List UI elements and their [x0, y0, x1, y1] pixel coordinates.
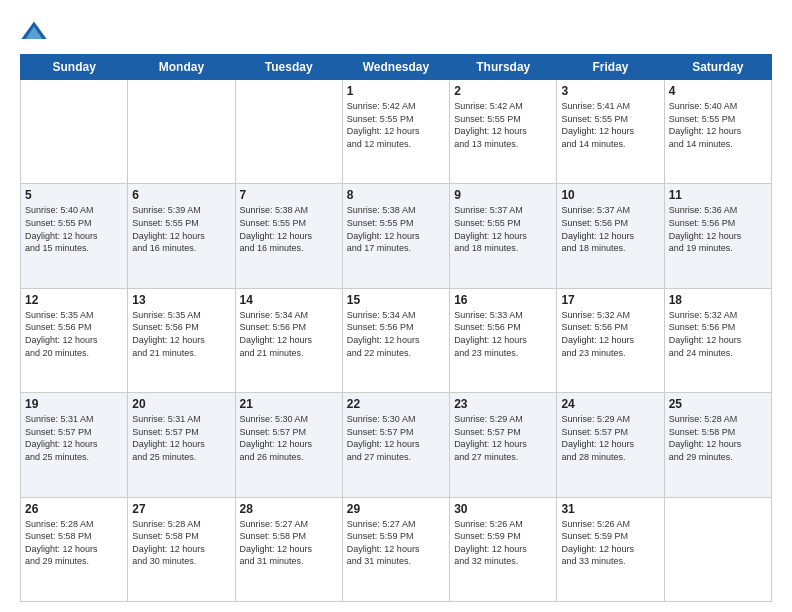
cell-info: Sunrise: 5:40 AM Sunset: 5:55 PM Dayligh… [25, 204, 123, 254]
calendar-cell: 31Sunrise: 5:26 AM Sunset: 5:59 PM Dayli… [557, 497, 664, 601]
cell-info: Sunrise: 5:39 AM Sunset: 5:55 PM Dayligh… [132, 204, 230, 254]
calendar-cell [128, 80, 235, 184]
day-number: 9 [454, 188, 552, 202]
calendar-cell: 27Sunrise: 5:28 AM Sunset: 5:58 PM Dayli… [128, 497, 235, 601]
weekday-header-monday: Monday [128, 55, 235, 80]
day-number: 16 [454, 293, 552, 307]
day-number: 18 [669, 293, 767, 307]
calendar-cell: 3Sunrise: 5:41 AM Sunset: 5:55 PM Daylig… [557, 80, 664, 184]
calendar-cell: 6Sunrise: 5:39 AM Sunset: 5:55 PM Daylig… [128, 184, 235, 288]
cell-info: Sunrise: 5:36 AM Sunset: 5:56 PM Dayligh… [669, 204, 767, 254]
cell-info: Sunrise: 5:42 AM Sunset: 5:55 PM Dayligh… [454, 100, 552, 150]
weekday-header-wednesday: Wednesday [342, 55, 449, 80]
weekday-header-saturday: Saturday [664, 55, 771, 80]
calendar-cell: 28Sunrise: 5:27 AM Sunset: 5:58 PM Dayli… [235, 497, 342, 601]
cell-info: Sunrise: 5:32 AM Sunset: 5:56 PM Dayligh… [561, 309, 659, 359]
day-number: 27 [132, 502, 230, 516]
day-number: 29 [347, 502, 445, 516]
calendar-week-5: 26Sunrise: 5:28 AM Sunset: 5:58 PM Dayli… [21, 497, 772, 601]
day-number: 1 [347, 84, 445, 98]
header [20, 18, 772, 46]
day-number: 30 [454, 502, 552, 516]
day-number: 14 [240, 293, 338, 307]
calendar-cell: 5Sunrise: 5:40 AM Sunset: 5:55 PM Daylig… [21, 184, 128, 288]
weekday-header-sunday: Sunday [21, 55, 128, 80]
calendar-cell [664, 497, 771, 601]
day-number: 3 [561, 84, 659, 98]
calendar-cell: 18Sunrise: 5:32 AM Sunset: 5:56 PM Dayli… [664, 288, 771, 392]
calendar-cell: 12Sunrise: 5:35 AM Sunset: 5:56 PM Dayli… [21, 288, 128, 392]
logo-icon [20, 18, 48, 46]
day-number: 13 [132, 293, 230, 307]
cell-info: Sunrise: 5:35 AM Sunset: 5:56 PM Dayligh… [25, 309, 123, 359]
day-number: 21 [240, 397, 338, 411]
calendar-cell: 11Sunrise: 5:36 AM Sunset: 5:56 PM Dayli… [664, 184, 771, 288]
cell-info: Sunrise: 5:29 AM Sunset: 5:57 PM Dayligh… [454, 413, 552, 463]
cell-info: Sunrise: 5:33 AM Sunset: 5:56 PM Dayligh… [454, 309, 552, 359]
day-number: 28 [240, 502, 338, 516]
calendar-cell [235, 80, 342, 184]
cell-info: Sunrise: 5:38 AM Sunset: 5:55 PM Dayligh… [347, 204, 445, 254]
day-number: 15 [347, 293, 445, 307]
day-number: 22 [347, 397, 445, 411]
cell-info: Sunrise: 5:31 AM Sunset: 5:57 PM Dayligh… [25, 413, 123, 463]
calendar-week-3: 12Sunrise: 5:35 AM Sunset: 5:56 PM Dayli… [21, 288, 772, 392]
day-number: 17 [561, 293, 659, 307]
cell-info: Sunrise: 5:31 AM Sunset: 5:57 PM Dayligh… [132, 413, 230, 463]
day-number: 24 [561, 397, 659, 411]
day-number: 23 [454, 397, 552, 411]
calendar-cell: 23Sunrise: 5:29 AM Sunset: 5:57 PM Dayli… [450, 393, 557, 497]
cell-info: Sunrise: 5:34 AM Sunset: 5:56 PM Dayligh… [240, 309, 338, 359]
cell-info: Sunrise: 5:37 AM Sunset: 5:55 PM Dayligh… [454, 204, 552, 254]
calendar-table: SundayMondayTuesdayWednesdayThursdayFrid… [20, 54, 772, 602]
cell-info: Sunrise: 5:30 AM Sunset: 5:57 PM Dayligh… [347, 413, 445, 463]
weekday-header-friday: Friday [557, 55, 664, 80]
calendar-cell: 16Sunrise: 5:33 AM Sunset: 5:56 PM Dayli… [450, 288, 557, 392]
cell-info: Sunrise: 5:28 AM Sunset: 5:58 PM Dayligh… [669, 413, 767, 463]
day-number: 6 [132, 188, 230, 202]
calendar-cell: 17Sunrise: 5:32 AM Sunset: 5:56 PM Dayli… [557, 288, 664, 392]
calendar-cell: 1Sunrise: 5:42 AM Sunset: 5:55 PM Daylig… [342, 80, 449, 184]
calendar-cell: 2Sunrise: 5:42 AM Sunset: 5:55 PM Daylig… [450, 80, 557, 184]
day-number: 11 [669, 188, 767, 202]
cell-info: Sunrise: 5:42 AM Sunset: 5:55 PM Dayligh… [347, 100, 445, 150]
cell-info: Sunrise: 5:34 AM Sunset: 5:56 PM Dayligh… [347, 309, 445, 359]
day-number: 2 [454, 84, 552, 98]
calendar-cell: 29Sunrise: 5:27 AM Sunset: 5:59 PM Dayli… [342, 497, 449, 601]
calendar-week-1: 1Sunrise: 5:42 AM Sunset: 5:55 PM Daylig… [21, 80, 772, 184]
day-number: 4 [669, 84, 767, 98]
calendar-cell: 20Sunrise: 5:31 AM Sunset: 5:57 PM Dayli… [128, 393, 235, 497]
cell-info: Sunrise: 5:40 AM Sunset: 5:55 PM Dayligh… [669, 100, 767, 150]
cell-info: Sunrise: 5:27 AM Sunset: 5:59 PM Dayligh… [347, 518, 445, 568]
day-number: 12 [25, 293, 123, 307]
calendar-cell: 21Sunrise: 5:30 AM Sunset: 5:57 PM Dayli… [235, 393, 342, 497]
weekday-header-row: SundayMondayTuesdayWednesdayThursdayFrid… [21, 55, 772, 80]
calendar-cell: 25Sunrise: 5:28 AM Sunset: 5:58 PM Dayli… [664, 393, 771, 497]
logo [20, 18, 52, 46]
day-number: 5 [25, 188, 123, 202]
calendar-cell [21, 80, 128, 184]
calendar-week-4: 19Sunrise: 5:31 AM Sunset: 5:57 PM Dayli… [21, 393, 772, 497]
day-number: 7 [240, 188, 338, 202]
cell-info: Sunrise: 5:29 AM Sunset: 5:57 PM Dayligh… [561, 413, 659, 463]
cell-info: Sunrise: 5:38 AM Sunset: 5:55 PM Dayligh… [240, 204, 338, 254]
day-number: 26 [25, 502, 123, 516]
calendar-cell: 7Sunrise: 5:38 AM Sunset: 5:55 PM Daylig… [235, 184, 342, 288]
calendar-week-2: 5Sunrise: 5:40 AM Sunset: 5:55 PM Daylig… [21, 184, 772, 288]
calendar-cell: 22Sunrise: 5:30 AM Sunset: 5:57 PM Dayli… [342, 393, 449, 497]
page: SundayMondayTuesdayWednesdayThursdayFrid… [0, 0, 792, 612]
cell-info: Sunrise: 5:28 AM Sunset: 5:58 PM Dayligh… [132, 518, 230, 568]
weekday-header-tuesday: Tuesday [235, 55, 342, 80]
cell-info: Sunrise: 5:26 AM Sunset: 5:59 PM Dayligh… [561, 518, 659, 568]
calendar-cell: 13Sunrise: 5:35 AM Sunset: 5:56 PM Dayli… [128, 288, 235, 392]
cell-info: Sunrise: 5:37 AM Sunset: 5:56 PM Dayligh… [561, 204, 659, 254]
calendar-cell: 8Sunrise: 5:38 AM Sunset: 5:55 PM Daylig… [342, 184, 449, 288]
cell-info: Sunrise: 5:27 AM Sunset: 5:58 PM Dayligh… [240, 518, 338, 568]
calendar-cell: 15Sunrise: 5:34 AM Sunset: 5:56 PM Dayli… [342, 288, 449, 392]
day-number: 31 [561, 502, 659, 516]
calendar-cell: 30Sunrise: 5:26 AM Sunset: 5:59 PM Dayli… [450, 497, 557, 601]
day-number: 8 [347, 188, 445, 202]
cell-info: Sunrise: 5:41 AM Sunset: 5:55 PM Dayligh… [561, 100, 659, 150]
calendar-cell: 19Sunrise: 5:31 AM Sunset: 5:57 PM Dayli… [21, 393, 128, 497]
calendar-cell: 4Sunrise: 5:40 AM Sunset: 5:55 PM Daylig… [664, 80, 771, 184]
